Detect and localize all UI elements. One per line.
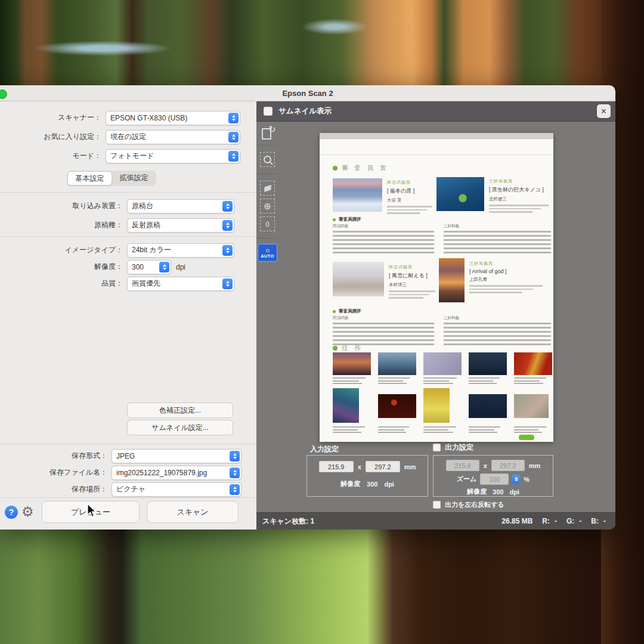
- auto-exposure-icon[interactable]: ☼ AUTO: [258, 244, 277, 262]
- award-photo-sunset: [439, 258, 465, 302]
- thumbnail-photo: [514, 352, 552, 375]
- thumbnail-settings-button[interactable]: サムネイル設定...: [127, 420, 233, 435]
- source-dropdown[interactable]: 原稿台: [127, 199, 234, 213]
- preview-panel: サムネイル表示 × ↻ ⊕ 0 ☼ AUTO: [256, 101, 615, 530]
- title-bar[interactable]: Epson Scan 2: [0, 85, 615, 101]
- imagetype-label: イメージタイプ：: [5, 245, 123, 255]
- input-settings-title: 入力設定: [310, 444, 339, 454]
- resolution-unit: dpi: [176, 263, 185, 271]
- scanner-dropdown[interactable]: EPSON GT-X830 (USB): [106, 111, 240, 125]
- scanner-label: スキャナー：: [5, 113, 101, 123]
- forest-background-bottom: [0, 513, 644, 644]
- input-width-field[interactable]: 215.9: [319, 461, 354, 472]
- thumbnail-caption: [378, 377, 414, 386]
- erase-marquee-icon[interactable]: [260, 181, 275, 196]
- green-bullet-icon: [333, 346, 338, 351]
- color-correction-button[interactable]: 色補正設定...: [127, 402, 233, 418]
- add-marquee-icon[interactable]: ⊕: [260, 199, 275, 213]
- thumbnail-caption: [514, 377, 550, 386]
- mode-dropdown[interactable]: フォトモード: [106, 149, 240, 163]
- green-logo-badge: [519, 435, 534, 440]
- mirror-output-label: 出力を左右反転する: [445, 500, 504, 509]
- save-format-dropdown[interactable]: JPEG: [112, 449, 242, 463]
- divider: [0, 497, 256, 498]
- input-settings-box: 215.9 x 297.2 mm 解像度 300 dpi: [306, 455, 428, 497]
- dropdown-stepper-icon: [228, 132, 239, 143]
- award-photo-horse-snow: [333, 262, 384, 296]
- imagetype-dropdown[interactable]: 24bit カラー: [127, 243, 234, 258]
- dropdown-stepper-icon: [230, 467, 240, 478]
- thumbnail-caption: [378, 426, 414, 435]
- favorite-dropdown[interactable]: 現在の設定: [106, 130, 240, 144]
- save-filename-dropdown[interactable]: img20251222_19075879.jpg: [112, 466, 242, 480]
- thumbnail-caption: [469, 377, 504, 386]
- help-icon[interactable]: ?: [5, 506, 18, 519]
- award-block: 田沼武能賞 [ 風雪に耐える ] 本村博三: [389, 264, 435, 301]
- preview-header: サムネイル表示 ×: [256, 101, 615, 122]
- zoom-stepper-icon[interactable]: [512, 475, 520, 484]
- page-design-rule: [320, 154, 553, 155]
- scan-button[interactable]: スキャン: [147, 501, 239, 523]
- input-resolution-unit: dpi: [384, 481, 394, 488]
- divider: [0, 444, 256, 444]
- thumbnail-view-checkbox[interactable]: [264, 107, 273, 116]
- output-width-field: 215.9: [446, 460, 479, 471]
- zoom-marquee-icon[interactable]: [260, 152, 275, 167]
- critique-column: 田沼武能: [333, 224, 434, 253]
- dropdown-stepper-icon: [222, 245, 233, 256]
- resolution-dropdown[interactable]: 300: [127, 260, 171, 274]
- input-resolution-label: 解像度: [340, 479, 360, 488]
- preview-toolbar: ↻ ⊕ 0 ☼ AUTO: [256, 121, 278, 267]
- green-bullet-icon: [333, 218, 336, 221]
- rotate-icon[interactable]: ↻: [261, 126, 275, 140]
- status-bar: スキャン枚数: 1 26.85 MB R:- G:- B:-: [256, 512, 615, 530]
- award-block: 三好和義賞 [ Arrival of god ] 上田孔希: [469, 261, 549, 295]
- output-settings-title: 出力設定: [445, 442, 473, 453]
- quality-dropdown[interactable]: 画質優先: [127, 277, 234, 291]
- zoom-label: ズーム: [457, 475, 477, 484]
- mirror-output-toggle[interactable]: 出力を左右反転する: [433, 500, 504, 509]
- output-settings-checkbox[interactable]: [433, 444, 441, 451]
- mirror-output-checkbox[interactable]: [433, 501, 441, 509]
- save-location-dropdown[interactable]: ピクチャ: [112, 482, 242, 497]
- scan-preview-page[interactable]: 審 査 員 賞 田沼武能賞 [ 厳冬の原 ] 大谷 景 三好和義賞 [ 原生林の…: [320, 133, 553, 442]
- award-block: 三好和義賞 [ 原生林の巨大キノコ ] 北村健三: [489, 178, 551, 215]
- critique-column: 三好和義: [444, 224, 551, 253]
- input-height-field[interactable]: 297.2: [366, 461, 400, 472]
- critique-column: 三好和義: [444, 315, 551, 348]
- thumbnail-caption: [469, 426, 504, 435]
- green-bullet-icon: [333, 310, 336, 313]
- tab-advanced-settings[interactable]: 拡張設定: [112, 171, 156, 184]
- thumbnail-photo: [469, 394, 507, 418]
- traffic-light-green-icon[interactable]: [0, 89, 7, 99]
- thumbnail-caption: [423, 377, 459, 386]
- settings-tabs: 基本設定 拡張設定: [67, 171, 156, 186]
- save-location-label: 保存場所：: [5, 484, 107, 494]
- output-settings-toggle[interactable]: 出力設定: [433, 442, 473, 453]
- doctype-dropdown[interactable]: 反射原稿: [127, 218, 234, 233]
- thumbnail-photo: [378, 394, 416, 418]
- tab-basic-settings[interactable]: 基本設定: [67, 171, 112, 185]
- output-resolution-unit: dpi: [509, 488, 519, 496]
- close-icon[interactable]: ×: [597, 104, 611, 118]
- thumbnail-photo: [469, 352, 507, 375]
- save-filename-label: 保存ファイル名：: [5, 467, 107, 478]
- dropdown-stepper-icon: [228, 113, 239, 123]
- zoom-unit: %: [524, 476, 530, 483]
- settings-panel: スキャナー： EPSON GT-X830 (USB) お気に入り設定： 現在の設…: [0, 101, 256, 530]
- scan-count: スキャン枚数: 1: [262, 516, 314, 527]
- gear-icon[interactable]: ⚙: [21, 504, 34, 519]
- thumbnail-photo: [333, 388, 359, 423]
- favorite-label: お気に入り設定：: [5, 132, 101, 142]
- input-unit: mm: [404, 463, 416, 470]
- mode-label: モード：: [5, 151, 101, 161]
- dropdown-stepper-icon: [228, 151, 239, 162]
- divider: [0, 236, 256, 237]
- dropdown-stepper-icon: [159, 262, 169, 273]
- thumbnail-caption: [333, 377, 369, 386]
- zoom-field: 100: [480, 473, 509, 485]
- divider: [0, 192, 256, 193]
- thumbnail-photo: [378, 352, 416, 375]
- critique-header: 審査員講評: [333, 308, 361, 314]
- thumbnail-photo: [514, 394, 549, 418]
